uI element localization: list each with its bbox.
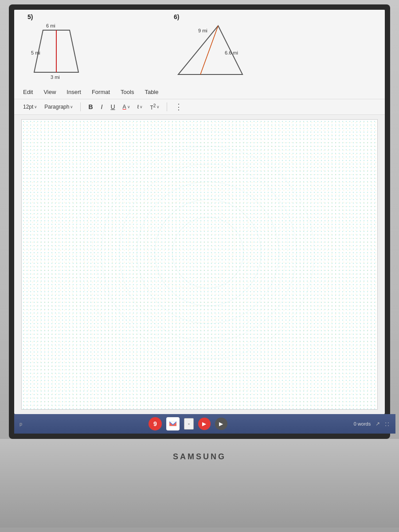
taskbar-icon-youtube[interactable]: ▶: [198, 418, 211, 430]
superscript-chevron: ∨: [156, 105, 160, 109]
keyboard-area: [0, 474, 399, 528]
figure-6: 6) 9 mi 6.6 mi: [174, 13, 249, 85]
paragraph-label: Paragraph: [44, 104, 69, 110]
figures-area: 5) 6 mi 5 mi 3 mi: [14, 10, 385, 85]
menu-table[interactable]: Table: [143, 88, 160, 96]
words-count: 0 words: [354, 421, 371, 426]
font-size-value: 12pt: [23, 104, 33, 110]
superscript-label: T2: [150, 103, 156, 111]
screen-bezel: 5) 6 mi 5 mi 3 mi: [9, 4, 390, 439]
menu-insert[interactable]: Insert: [65, 88, 83, 96]
highlight-chevron: ∨: [140, 105, 143, 109]
taskbar-icon-gmail[interactable]: [166, 417, 180, 430]
laptop-body: 5) 6 mi 5 mi 3 mi: [0, 0, 399, 532]
text-color-dropdown[interactable]: A ∨: [121, 103, 132, 111]
paragraph-dropdown[interactable]: Paragraph ∨: [43, 103, 75, 111]
bold-button[interactable]: B: [86, 102, 95, 111]
text-color-chevron: ∨: [127, 105, 130, 109]
toolbar: 12pt ∨ Paragraph ∨ B I U A ∨ ℓ ∨: [14, 99, 385, 115]
font-size-chevron: ∨: [34, 105, 37, 109]
icon-9-label: 9: [153, 420, 157, 427]
moire-svg: [22, 120, 377, 409]
figure-5-label: 5): [27, 13, 85, 20]
taskbar: p 9 ≡ ▶: [14, 414, 395, 434]
brand-label: SAMSUNG: [173, 452, 226, 462]
font-size-dropdown[interactable]: 12pt ∨: [21, 103, 39, 111]
svg-text:6.6 mi: 6.6 mi: [225, 50, 238, 55]
paragraph-chevron: ∨: [70, 105, 73, 109]
play-icon-label: ▶: [219, 421, 223, 427]
underline-button[interactable]: U: [108, 102, 117, 111]
text-color-label: A: [123, 104, 126, 110]
taskbar-corner-icon: ↗: [373, 419, 382, 428]
taskbar-center: 9 ≡ ▶ ▶: [149, 417, 227, 430]
svg-text:3 mi: 3 mi: [51, 74, 60, 80]
taskbar-right: 0 words ↗ ::: [354, 419, 390, 428]
menu-edit[interactable]: Edit: [21, 88, 35, 96]
doc-icon-label: ≡: [188, 422, 190, 426]
svg-rect-13: [22, 120, 377, 409]
highlight-label: ℓ: [137, 104, 139, 110]
figure-6-svg: 9 mi 6.6 mi: [174, 21, 249, 83]
youtube-icon-label: ▶: [202, 421, 206, 427]
svg-text:5 mi: 5 mi: [31, 50, 40, 55]
italic-button[interactable]: I: [99, 102, 105, 111]
menu-view[interactable]: View: [42, 88, 58, 96]
taskbar-icon-9[interactable]: 9: [149, 417, 162, 430]
toolbar-divider-1: [80, 102, 81, 111]
highlight-dropdown[interactable]: ℓ ∨: [136, 103, 145, 111]
bottom-bar: SAMSUNG: [0, 439, 399, 474]
menu-format[interactable]: Format: [90, 88, 112, 96]
taskbar-left: p: [20, 421, 22, 426]
svg-text:9 mi: 9 mi: [198, 28, 207, 33]
screen: 5) 6 mi 5 mi 3 mi: [14, 10, 385, 414]
figure-5-svg: 6 mi 5 mi 3 mi: [27, 21, 85, 83]
menu-tools[interactable]: Tools: [119, 88, 136, 96]
figure-5: 5) 6 mi 5 mi 3 mi: [27, 13, 85, 85]
taskbar-icon-doc[interactable]: ≡: [184, 418, 194, 430]
more-options-button[interactable]: ⋮: [172, 101, 185, 113]
editor-area[interactable]: [21, 119, 378, 410]
menu-bar: Edit View Insert Format Tools Table: [14, 85, 385, 99]
toolbar-divider-2: [167, 102, 167, 111]
figure-6-label: 6): [174, 13, 249, 20]
moire-background: [22, 120, 377, 409]
gmail-icon-svg: [168, 419, 177, 428]
taskbar-more-dots[interactable]: ::: [385, 420, 390, 427]
superscript-dropdown[interactable]: T2 ∨: [148, 102, 161, 112]
svg-text:6 mi: 6 mi: [46, 23, 55, 28]
taskbar-page-icon: p: [20, 421, 22, 426]
taskbar-icon-play[interactable]: ▶: [215, 418, 227, 430]
